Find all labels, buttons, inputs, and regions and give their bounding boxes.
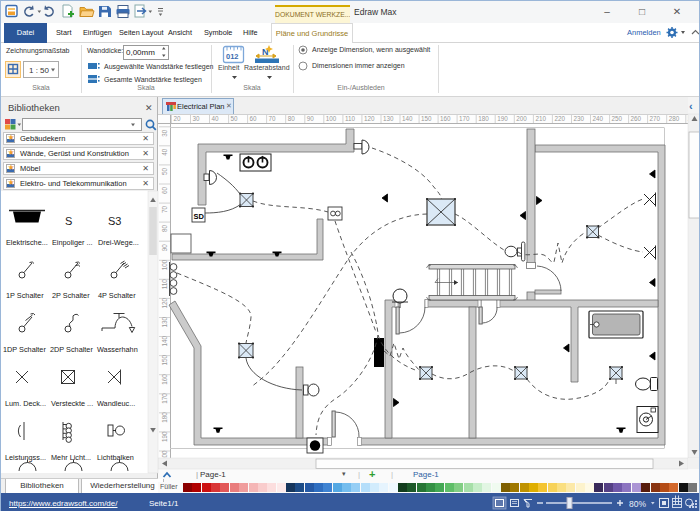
svg-text:50: 50 [231,115,239,122]
svg-text:40: 40 [212,115,220,122]
svg-text:170: 170 [459,115,470,122]
svg-text:Mehr Licht...: Mehr Licht... [51,453,91,462]
svg-text:150: 150 [161,355,168,366]
svg-text:90: 90 [161,244,168,252]
svg-text:1P Schalter: 1P Schalter [6,291,44,300]
svg-text:Versteckte ...: Versteckte ... [51,399,93,408]
svg-text:190: 190 [497,115,508,122]
svg-text:130: 130 [161,316,168,327]
svg-text:‹: ‹ [689,100,693,112]
svg-text:110: 110 [161,279,168,290]
svg-text:100: 100 [326,115,337,122]
svg-text:1DP Schalter: 1DP Schalter [3,345,46,354]
svg-text:160: 160 [440,115,451,122]
svg-text:Elektrische...: Elektrische... [6,238,48,247]
svg-text:230: 230 [574,115,585,122]
svg-text:S3: S3 [108,215,121,227]
svg-text:190: 190 [161,431,168,442]
svg-text:70: 70 [161,206,168,214]
svg-text:4P Schalter: 4P Schalter [98,291,136,300]
svg-text:SD: SD [194,212,205,221]
svg-text:120: 120 [161,297,168,308]
svg-text:30: 30 [193,115,201,122]
svg-text:Wandleuc...: Wandleuc... [97,399,135,408]
svg-text:280: 280 [669,115,680,122]
svg-text:20: 20 [173,115,181,122]
svg-text:240: 240 [593,115,604,122]
svg-text:80: 80 [288,115,296,122]
svg-text:Lum. Deck...: Lum. Deck... [5,399,46,408]
svg-text:260: 260 [631,115,642,122]
svg-text:220: 220 [554,115,565,122]
svg-text:120: 120 [364,115,375,122]
svg-text:50: 50 [161,167,168,175]
svg-text:40: 40 [161,148,168,156]
svg-text:Einpoliger ...: Einpoliger ... [52,238,93,247]
svg-text:200: 200 [516,115,527,122]
svg-text:70: 70 [269,115,277,122]
svg-text:Lichtbalken: Lichtbalken [97,453,134,462]
svg-text:100: 100 [161,259,168,270]
svg-text:S: S [65,215,72,227]
svg-text:110: 110 [345,115,356,122]
svg-text:60: 60 [161,186,168,194]
svg-text:Drei-Wege...: Drei-Wege... [98,238,139,247]
svg-text:210: 210 [535,115,546,122]
svg-text:180: 180 [161,412,168,423]
svg-text:30: 30 [161,129,168,137]
svg-text:160: 160 [161,374,168,385]
svg-text:170: 170 [161,393,168,404]
svg-text:130: 130 [383,115,394,122]
svg-text:2DP Schalter: 2DP Schalter [50,345,93,354]
svg-text:150: 150 [421,115,432,122]
svg-text:Leistungss...: Leistungss... [5,453,46,462]
svg-text:2P Schalter: 2P Schalter [52,291,90,300]
svg-text:140: 140 [161,335,168,346]
svg-text:90: 90 [307,115,315,122]
svg-text:180: 180 [478,115,489,122]
svg-text:250: 250 [612,115,623,122]
svg-text:80: 80 [161,225,168,233]
svg-text:Wasserhahn: Wasserhahn [97,345,138,354]
svg-text:140: 140 [402,115,413,122]
svg-text:270: 270 [650,115,661,122]
svg-text:60: 60 [250,115,258,122]
